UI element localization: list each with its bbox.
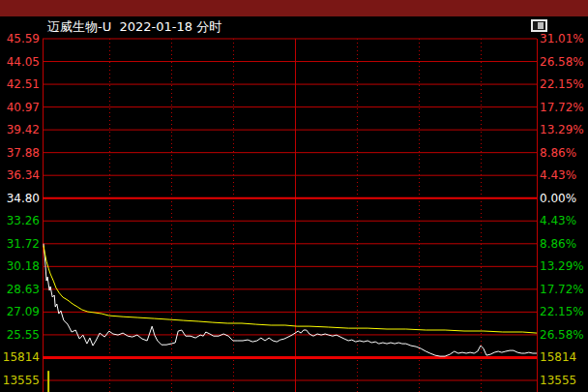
price-axis-label: 42.51 [0, 77, 40, 91]
pct-axis-label: 17.72% [540, 283, 588, 296]
price-axis-label: 33.26 [0, 214, 40, 227]
pct-axis-label: 17.72% [540, 101, 588, 114]
price-axis-label: 34.80 [0, 192, 40, 205]
price-axis-label: 37.88 [0, 146, 40, 160]
price-axis-label: 45.59 [0, 32, 40, 45]
pct-axis-label: 8.86% [540, 146, 588, 160]
price-axis-label: 30.18 [0, 259, 40, 273]
pct-axis-label: 22.15% [540, 77, 588, 91]
pct-axis-label: 8.86% [540, 237, 588, 251]
price-axis-label: 25.55 [0, 328, 40, 342]
pct-axis-label: 13.29% [540, 259, 588, 273]
intraday-chart[interactable] [0, 0, 588, 392]
price-axis-label: 13555 [0, 374, 40, 387]
pct-axis-label: 4.43% [540, 214, 588, 227]
price-axis-label: 36.34 [0, 168, 40, 182]
price-axis-label: 27.09 [0, 305, 40, 318]
pct-axis-label: 22.15% [540, 305, 588, 318]
price-axis-label: 39.42 [0, 123, 40, 136]
price-axis-label: 31.72 [0, 237, 40, 251]
price-axis-label: 44.05 [0, 55, 40, 69]
price-axis-label: 15814 [0, 350, 40, 364]
pct-axis-label: 13555 [540, 374, 588, 387]
pct-axis-label: 26.58% [540, 55, 588, 69]
trading-app-window: 迈威生物-U(688062) 2022年01月18日 星期二 PageUp/Do… [0, 0, 588, 392]
pct-axis-label: 4.43% [540, 168, 588, 182]
pct-axis-label: 15814 [540, 350, 588, 364]
pct-axis-label: 13.29% [540, 123, 588, 136]
pct-axis-label: 31.01% [540, 32, 588, 45]
pct-axis-label: 26.58% [540, 328, 588, 342]
price-axis-label: 28.63 [0, 283, 40, 296]
price-axis-label: 40.97 [0, 101, 40, 114]
pct-axis-label: 0.00% [540, 192, 588, 205]
price-line [44, 244, 537, 356]
